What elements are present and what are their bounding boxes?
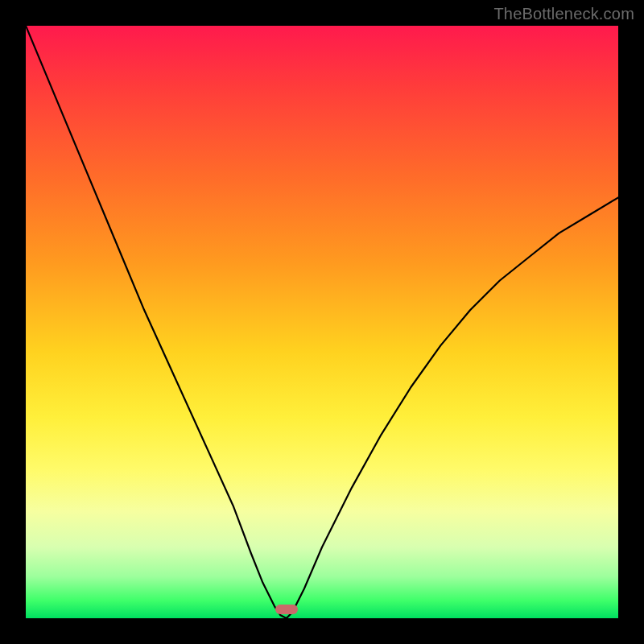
min-marker bbox=[275, 605, 298, 614]
watermark-text: TheBottleneck.com bbox=[493, 5, 634, 23]
bottleneck-curve bbox=[26, 26, 618, 618]
chart-frame: TheBottleneck.com bbox=[0, 0, 644, 644]
plot-area bbox=[26, 26, 618, 618]
